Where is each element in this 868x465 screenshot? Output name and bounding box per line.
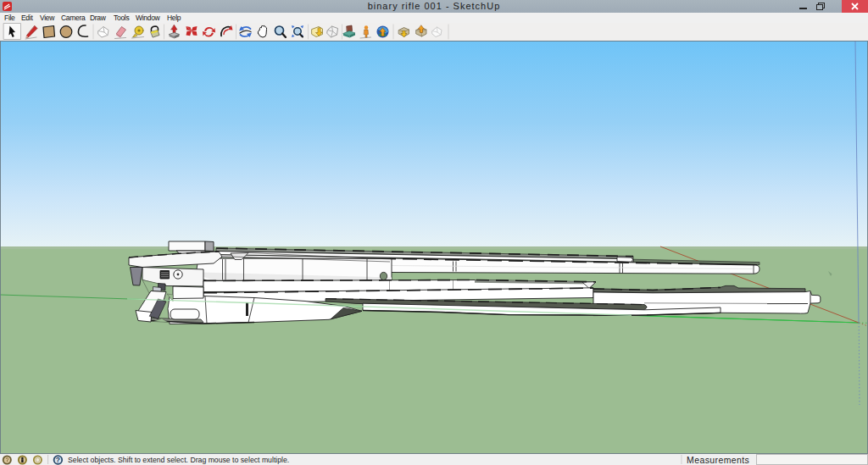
svg-text:?: ? [56, 456, 60, 464]
